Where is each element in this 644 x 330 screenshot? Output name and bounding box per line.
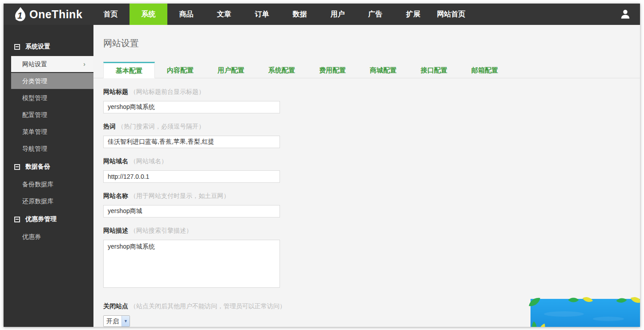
chevron-right-icon: ›: [83, 56, 85, 72]
promo-banner[interactable]: [531, 299, 640, 327]
nav-item-2[interactable]: 商品: [167, 4, 205, 25]
chevron-down-icon: ▼: [122, 316, 130, 326]
sidebar-section: 优惠券管理优惠券: [4, 211, 93, 245]
nav-item-4[interactable]: 订单: [243, 4, 281, 25]
user-icon: [620, 8, 631, 20]
field-label-row: 热词（热门搜索词，必须逗号隔开）: [103, 123, 640, 131]
sidebar-item[interactable]: 网站设置›: [11, 56, 93, 72]
sidebar-section-label: 系统设置: [25, 43, 50, 51]
sidebar-section: 数据备份备份数据库还原数据库: [4, 158, 93, 209]
field-label: 关闭站点: [103, 302, 128, 310]
leaf-icon: [538, 324, 547, 327]
collapse-icon[interactable]: [14, 217, 20, 222]
sidebar-item-label: 分类管理: [22, 77, 47, 85]
sidebar-section-label: 优惠券管理: [25, 215, 57, 223]
field-label: 热词: [103, 123, 116, 130]
sidebar-item[interactable]: 优惠券: [11, 229, 93, 245]
layout: 系统设置网站设置›分类管理模型管理配置管理菜单管理导航管理数据备份备份数据库还原…: [4, 25, 640, 327]
top-navbar: 1 OneThink 首页系统商品文章订单数据用户广告扩展网站首页: [4, 4, 640, 25]
hot-words-input[interactable]: [103, 136, 280, 148]
nav-item-0[interactable]: 首页: [92, 4, 130, 25]
sidebar-item[interactable]: 配置管理: [11, 107, 93, 123]
user-menu-button[interactable]: [620, 4, 631, 25]
field-hint: （站点关闭后其他用户不能访问，管理员可以正常访问）: [130, 302, 286, 310]
app-window: 1 OneThink 首页系统商品文章订单数据用户广告扩展网站首页 系统设置网站…: [4, 4, 640, 327]
sidebar-item-label: 备份数据库: [22, 181, 53, 188]
tab-2[interactable]: 用户配置: [206, 62, 256, 78]
nav-item-5[interactable]: 数据: [281, 4, 319, 25]
form-field-site-description: 网站描述（网站搜索引擎描述）: [103, 227, 640, 290]
tab-4[interactable]: 费用配置: [307, 62, 358, 78]
collapse-icon[interactable]: [14, 44, 20, 50]
sidebar-item[interactable]: 导航管理: [11, 141, 93, 157]
main-content: 网站设置 基本配置内容配置用户配置系统配置费用配置商城配置接口配置邮箱配置 网站…: [93, 25, 640, 327]
field-label-row: 网站名称（用于网站支付时显示，如土豆网）: [103, 192, 640, 200]
site-title-input[interactable]: [103, 101, 280, 113]
sidebar-item-label: 还原数据库: [22, 197, 53, 205]
site-name-input[interactable]: [103, 205, 280, 217]
sidebar-item[interactable]: 还原数据库: [11, 193, 93, 209]
sidebar-item-label: 网站设置: [22, 60, 47, 68]
field-label: 网站名称: [103, 192, 128, 199]
nav-item-6[interactable]: 用户: [319, 4, 356, 25]
form-field-site-domain: 网站域名（网站域名）: [103, 157, 640, 183]
form-field-site-name: 网站名称（用于网站支付时显示，如土豆网）: [103, 192, 640, 217]
form-field-site-title: 网站标题（网站标题前台显示标题）: [103, 88, 640, 113]
site-domain-input[interactable]: [103, 170, 280, 183]
field-hint: （用于网站支付时显示，如土豆网）: [130, 192, 230, 199]
sidebar-section-title[interactable]: 系统设置: [4, 38, 93, 55]
sidebar-item[interactable]: 模型管理: [11, 90, 93, 106]
tab-5[interactable]: 商城配置: [358, 62, 409, 78]
sidebar-section: 系统设置网站设置›分类管理模型管理配置管理菜单管理导航管理: [4, 38, 93, 157]
tab-1[interactable]: 内容配置: [155, 62, 206, 78]
main-nav: 首页系统商品文章订单数据用户广告扩展网站首页: [92, 4, 470, 25]
nav-item-1[interactable]: 系统: [130, 4, 167, 25]
sidebar-item[interactable]: 备份数据库: [11, 176, 93, 192]
page-title: 网站设置: [103, 37, 640, 49]
sidebar-item-label: 优惠券: [22, 233, 41, 240]
field-hint: （网站标题前台显示标题）: [130, 88, 205, 95]
field-hint: （热门搜索词，必须逗号隔开）: [117, 123, 205, 130]
form-field-hot-words: 热词（热门搜索词，必须逗号隔开）: [103, 123, 640, 148]
field-label: 网站域名: [103, 157, 128, 165]
tab-bar: 基本配置内容配置用户配置系统配置费用配置商城配置接口配置邮箱配置: [93, 62, 640, 78]
tab-6[interactable]: 接口配置: [409, 62, 459, 78]
select-value: 开启: [104, 316, 122, 326]
sidebar-item-label: 菜单管理: [22, 128, 47, 135]
cloud-decoration: [593, 317, 624, 321]
field-label-row: 网站描述（网站搜索引擎描述）: [103, 227, 640, 235]
onethink-logo-icon: 1: [13, 7, 27, 22]
sidebar-section-label: 数据备份: [25, 163, 50, 171]
logo[interactable]: 1 OneThink: [4, 4, 92, 25]
field-label: 网站描述: [103, 227, 128, 234]
tab-3[interactable]: 系统配置: [256, 62, 307, 78]
nav-item-3[interactable]: 文章: [205, 4, 243, 25]
settings-form: 网站标题（网站标题前台显示标题）热词（热门搜索词，必须逗号隔开）网站域名（网站域…: [93, 78, 640, 327]
sidebar-section-title[interactable]: 数据备份: [4, 158, 93, 175]
site-description-textarea[interactable]: [103, 240, 280, 288]
sidebar-section-title[interactable]: 优惠券管理: [4, 211, 93, 228]
svg-text:1: 1: [17, 11, 22, 20]
collapse-icon[interactable]: [14, 164, 20, 170]
sidebar-item[interactable]: 菜单管理: [11, 124, 93, 140]
field-label-row: 网站域名（网站域名）: [103, 157, 640, 165]
sidebar-item-label: 模型管理: [22, 94, 47, 101]
close-site-select[interactable]: 开启▼: [103, 315, 130, 327]
nav-item-7[interactable]: 广告: [356, 4, 394, 25]
tab-0[interactable]: 基本配置: [103, 62, 155, 78]
leaf-icon: [529, 322, 540, 327]
field-hint: （网站域名）: [130, 157, 167, 165]
field-label: 网站标题: [103, 88, 128, 95]
field-label-row: 网站标题（网站标题前台显示标题）: [103, 88, 640, 96]
field-hint: （网站搜索引擎描述）: [130, 227, 192, 234]
sidebar: 系统设置网站设置›分类管理模型管理配置管理菜单管理导航管理数据备份备份数据库还原…: [4, 25, 93, 327]
sidebar-item[interactable]: 分类管理: [11, 73, 93, 89]
nav-item-8[interactable]: 扩展: [394, 4, 432, 25]
nav-item-9[interactable]: 网站首页: [432, 4, 470, 25]
tab-7[interactable]: 邮箱配置: [459, 62, 510, 78]
cloud-decoration: [544, 311, 584, 317]
logo-text: OneThink: [29, 8, 82, 21]
sidebar-item-label: 导航管理: [22, 145, 47, 152]
sidebar-item-label: 配置管理: [22, 111, 47, 118]
